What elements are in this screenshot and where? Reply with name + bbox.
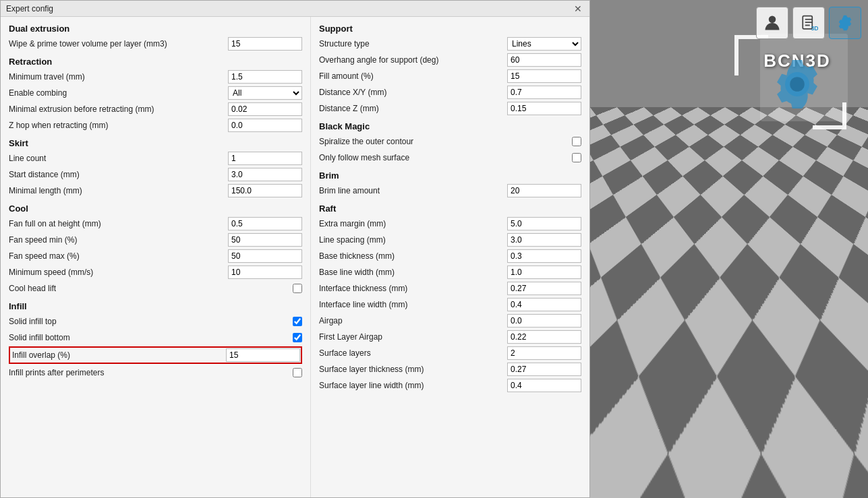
toolbar-person-button[interactable] xyxy=(756,7,788,39)
3d-viewport: BCN3D 3D xyxy=(590,0,868,498)
input-distance-xy[interactable] xyxy=(507,86,581,99)
bracket-top-left xyxy=(734,35,768,75)
input-airgap[interactable] xyxy=(507,314,581,328)
label-first-layer-airgap: First Layer Airgap xyxy=(319,332,507,342)
label-spiralize: Spiralize the outer contour xyxy=(319,137,572,146)
label-interface-thickness: Interface thickness (mm) xyxy=(319,284,507,293)
row-surface-layer-line-width: Surface layer line width (mm) xyxy=(319,378,581,393)
row-fill-amount: Fill amount (%) xyxy=(319,69,581,84)
input-distance-z[interactable] xyxy=(507,102,581,115)
input-line-spacing[interactable] xyxy=(507,233,581,247)
label-extra-margin: Extra margin (mm) xyxy=(319,219,507,228)
row-extra-margin: Extra margin (mm) xyxy=(319,216,581,231)
input-overhang-angle[interactable] xyxy=(507,53,581,67)
label-z-hop: Z hop when retracting (mm) xyxy=(9,121,228,130)
label-start-distance: Start distance (mm) xyxy=(9,170,228,179)
row-brim-line-amount: Brim line amount xyxy=(319,183,581,198)
input-fan-speed-min[interactable] xyxy=(228,233,302,247)
close-button[interactable]: ✕ xyxy=(572,3,584,15)
section-infill: Infill xyxy=(9,301,302,311)
title-bar: Expert config ✕ xyxy=(1,1,589,17)
input-interface-thickness[interactable] xyxy=(507,282,581,295)
input-surface-layer-thickness[interactable] xyxy=(507,363,581,376)
dialog-content: Dual extrusion Wipe & prime tower volume… xyxy=(1,17,589,497)
svg-point-1 xyxy=(769,16,776,24)
toolbar-settings-button[interactable] xyxy=(829,7,861,39)
row-distance-xy: Distance X/Y (mm) xyxy=(319,85,581,100)
row-z-hop: Z hop when retracting (mm) xyxy=(9,118,302,133)
label-solid-infill-bottom: Solid infill bottom xyxy=(9,333,293,342)
label-enable-combing: Enable combing xyxy=(9,88,228,98)
row-airgap: Airgap xyxy=(319,313,581,328)
row-overhang-angle: Overhang angle for support (deg) xyxy=(319,53,581,67)
input-fill-amount[interactable] xyxy=(507,69,581,83)
input-minimal-length[interactable] xyxy=(228,184,302,197)
row-cool-head-lift: Cool head lift xyxy=(9,281,302,296)
checkbox-cool-head-lift[interactable] xyxy=(293,284,302,293)
viewport-toolbar: 3D xyxy=(756,7,861,39)
row-minimal-length: Minimal length (mm) xyxy=(9,183,302,198)
row-min-speed: Minimum speed (mm/s) xyxy=(9,265,302,280)
label-distance-xy: Distance X/Y (mm) xyxy=(319,88,507,97)
input-base-thickness[interactable] xyxy=(507,249,581,263)
bracket-bottom-right xyxy=(813,102,846,129)
label-fan-speed-min: Fan speed min (%) xyxy=(9,235,228,245)
row-interface-thickness: Interface thickness (mm) xyxy=(319,281,581,296)
section-black-magic: Black Magic xyxy=(319,121,581,131)
section-brim: Brim xyxy=(319,170,581,181)
input-min-travel[interactable] xyxy=(228,70,302,84)
label-cool-head-lift: Cool head lift xyxy=(9,284,293,293)
input-infill-overlap[interactable] xyxy=(226,348,300,362)
checkbox-infill-prints-after[interactable] xyxy=(293,368,302,377)
input-fan-speed-max[interactable] xyxy=(228,249,302,263)
checkbox-spiralize[interactable] xyxy=(572,137,581,146)
label-surface-layer-line-width: Surface layer line width (mm) xyxy=(319,381,507,390)
input-surface-layers[interactable] xyxy=(507,346,581,360)
label-infill-prints-after: Infill prints after perimeters xyxy=(9,368,293,377)
label-wipe-prime: Wipe & prime tower volume per layer (mm3… xyxy=(9,39,228,49)
label-line-spacing: Line spacing (mm) xyxy=(319,235,507,245)
input-fan-full-on[interactable] xyxy=(228,217,302,230)
row-infill-prints-after: Infill prints after perimeters xyxy=(9,365,302,380)
row-base-line-width: Base line width (mm) xyxy=(319,265,581,280)
row-solid-infill-bottom: Solid infill bottom xyxy=(9,330,302,345)
label-fan-full-on: Fan full on at height (mm) xyxy=(9,219,228,228)
input-surface-layer-line-width[interactable] xyxy=(507,379,581,392)
expert-config-dialog: Expert config ✕ Dual extrusion Wipe & pr… xyxy=(0,0,590,498)
row-surface-layer-thickness: Surface layer thickness (mm) xyxy=(319,362,581,377)
label-minimal-length: Minimal length (mm) xyxy=(9,186,228,195)
input-z-hop[interactable] xyxy=(228,119,302,132)
row-fan-speed-max: Fan speed max (%) xyxy=(9,249,302,263)
input-first-layer-airgap[interactable] xyxy=(507,330,581,344)
input-line-count[interactable] xyxy=(228,152,302,165)
input-extra-margin[interactable] xyxy=(507,217,581,230)
label-follow-mesh: Only follow mesh surface xyxy=(319,153,572,162)
select-structure-type[interactable]: Lines Grid Triangles Concentric xyxy=(507,37,581,51)
label-structure-type: Structure type xyxy=(319,39,507,49)
select-enable-combing[interactable]: All None No Skin xyxy=(228,86,302,100)
svg-point-0 xyxy=(790,77,805,92)
row-solid-infill-top: Solid infill top xyxy=(9,314,302,329)
input-min-speed[interactable] xyxy=(228,266,302,279)
checkbox-solid-infill-top[interactable] xyxy=(293,317,302,326)
input-brim-line-amount[interactable] xyxy=(507,184,581,197)
input-start-distance[interactable] xyxy=(228,168,302,181)
input-wipe-prime[interactable] xyxy=(228,37,302,51)
input-interface-line-width[interactable] xyxy=(507,298,581,311)
input-base-line-width[interactable] xyxy=(507,266,581,279)
row-interface-line-width: Interface line width (mm) xyxy=(319,297,581,312)
input-minimal-extrusion[interactable] xyxy=(228,102,302,116)
row-structure-type: Structure type Lines Grid Triangles Conc… xyxy=(319,36,581,51)
checkbox-follow-mesh[interactable] xyxy=(572,153,581,162)
row-fan-full-on: Fan full on at height (mm) xyxy=(9,216,302,231)
document-icon: 3D xyxy=(799,13,818,32)
checkbox-solid-infill-bottom[interactable] xyxy=(293,333,302,342)
label-infill-overlap: Infill overlap (%) xyxy=(11,350,226,360)
section-cool: Cool xyxy=(9,204,302,214)
label-fill-amount: Fill amount (%) xyxy=(319,71,507,81)
left-panel: Dual extrusion Wipe & prime tower volume… xyxy=(1,17,311,497)
label-min-speed: Minimum speed (mm/s) xyxy=(9,268,228,277)
settings-icon xyxy=(836,13,855,32)
toolbar-document-button[interactable]: 3D xyxy=(792,7,825,39)
label-line-count: Line count xyxy=(9,154,228,163)
